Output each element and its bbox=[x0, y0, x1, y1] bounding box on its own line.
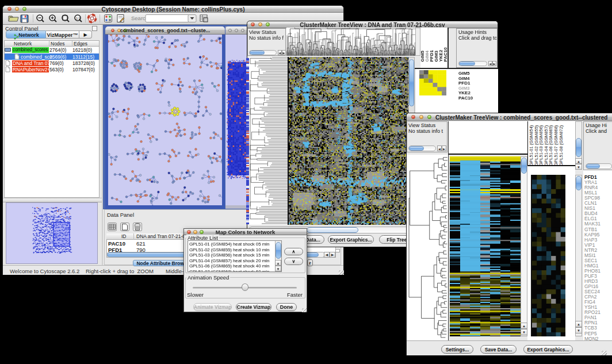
svg-text:1:1: 1:1 bbox=[76, 17, 81, 20]
